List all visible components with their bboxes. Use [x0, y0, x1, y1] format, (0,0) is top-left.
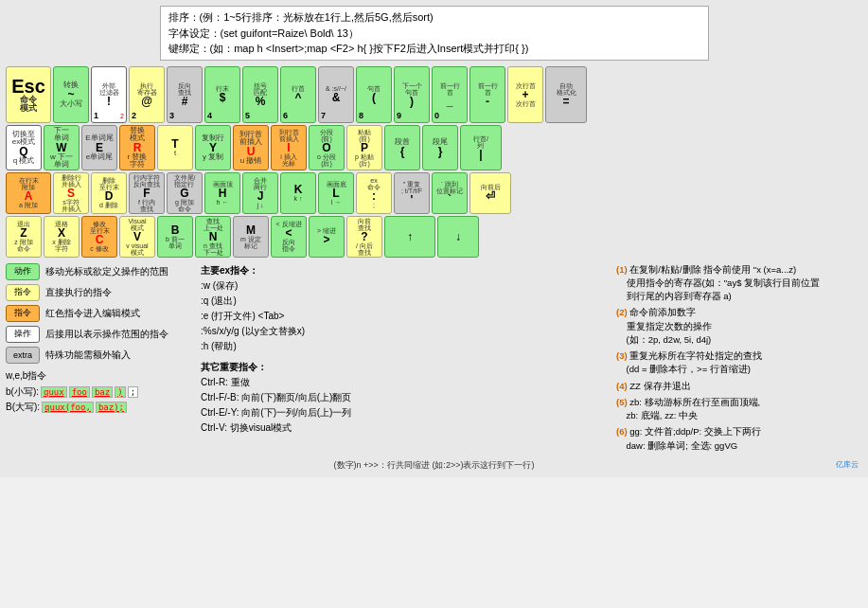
key-S[interactable]: 删除行并插入 S s字符并插入 — [53, 172, 89, 214]
key-rbrace[interactable]: 段尾 } — [422, 125, 458, 170]
key-2[interactable]: 执行寄存器 @ 2 — [129, 66, 165, 123]
other-commands: 其它重要指令： Ctrl-R: 重做 Ctrl-F/-B: 向前(下)翻页/向后… — [201, 360, 611, 436]
key-L[interactable]: 画面底 L l → — [318, 172, 354, 214]
key-0[interactable]: 前一行首 _ 0 — [432, 66, 468, 123]
key-shift-r[interactable]: ↑ — [384, 216, 435, 258]
legend-box-command: 指令 — [6, 284, 40, 301]
key-gt[interactable]: > 缩进 > — [309, 216, 345, 258]
num-2: (2) — [616, 307, 628, 317]
key-Z[interactable]: 退出 Z z 附加命令 — [6, 216, 42, 258]
wbe-label-b: b(小写): — [6, 385, 39, 399]
info-line1: 排序：(例：1~5行排序：光标放在1行上,然后5G,然后sort) — [168, 9, 700, 26]
key-esc[interactable]: Esc 命令模式 — [6, 66, 51, 123]
key-U[interactable]: 到行首前插入 U u 撤销 — [233, 125, 269, 170]
other-cmd-2: Ctrl-F/-B: 向前(下)翻页/向后(上)翻页 — [201, 392, 351, 402]
key-P[interactable]: 粘贴(前) P p 粘贴(后) — [346, 125, 382, 170]
main-container: 排序：(例：1~5行排序：光标放在1行上,然后5G,然后sort) 字体设定：(… — [0, 0, 868, 477]
key-colon[interactable]: ex命令 : ; — [356, 172, 392, 214]
legend-desc-command-edit: 红色指令进入编辑模式 — [45, 307, 140, 320]
brand: 亿库云 — [836, 459, 859, 470]
legend-desc-operation: 后接用以表示操作范围的指令 — [45, 328, 168, 341]
key-G[interactable]: 文件尾/指定行 G g 附加命令 — [167, 172, 203, 214]
wbe-code-B1: quux(foo, — [42, 402, 94, 413]
key-9[interactable]: 下一个句首 ) 9 — [394, 66, 430, 123]
key-F[interactable]: 行内字符反向查找 F f 行内查找 — [129, 172, 165, 214]
key-H[interactable]: 画面顶 H h ← — [204, 172, 240, 214]
key-5[interactable]: 括号匹配 % 5 — [242, 66, 278, 123]
key-6[interactable]: 行首 ^ 6 — [280, 66, 316, 123]
other-cmd-1: Ctrl-R: 重做 — [201, 377, 250, 387]
key-Y[interactable]: 复制行 Y y 复制 — [195, 125, 231, 170]
info-box: 排序：(例：1~5行排序：光标放在1行上,然后5G,然后sort) 字体设定：(… — [160, 6, 709, 61]
footer: (数字)n +>>：行共同缩进 (如:2>>)表示这行到下一行) 亿库云 — [6, 459, 862, 472]
key-question[interactable]: 向前查找 ? / 向后查找 — [346, 216, 382, 258]
key-3[interactable]: 反向查找 # 3 — [167, 66, 203, 123]
legend-box-command-edit: 指令 — [6, 305, 40, 322]
wbe-code-b4: ) — [115, 386, 125, 398]
key-backslash[interactable]: 行首/列 | — [460, 125, 502, 170]
key-C[interactable]: 修改至行末 C c 修改 — [81, 216, 117, 258]
key-O-upper[interactable]: 分段(前) O o 分段(后) — [309, 125, 345, 170]
num-6: (6) — [616, 426, 628, 437]
wbe-code-b3: baz — [92, 386, 113, 398]
key-end[interactable]: ↓ — [437, 216, 479, 258]
footer-text: (数字)n +>>：行共同缩进 (如:2>>)表示这行到下一行) — [334, 460, 535, 470]
ex-cmd-2: :q (退出) — [201, 295, 237, 306]
numbered-6: (6) gg: 文件首;ddp/P: 交换上下两行 daw: 删除单词; 全选:… — [616, 425, 862, 453]
key-N[interactable]: 查找上一处 N n 查找下一处 — [195, 216, 231, 258]
key-J[interactable]: 合并两行 J j ↓ — [242, 172, 278, 214]
legend-command: 指令 直接执行的指令 — [6, 284, 195, 301]
key-V[interactable]: Visual模式 V v visual模式 — [119, 216, 155, 258]
key-M[interactable]: M m 设定标记 — [233, 216, 269, 258]
key-backspace[interactable]: 自动格式化 = — [545, 66, 587, 123]
key-W[interactable]: 下一单词 W w 下一单词 — [44, 125, 80, 170]
num-3-text: 重复光标所在字符处指定的查找 (dd = 删除本行，>= 行首缩进) — [616, 350, 762, 374]
ex-title: 主要ex指令： — [201, 265, 258, 276]
other-cmd-4: Ctrl-V: 切换visual模式 — [201, 422, 292, 433]
key-7[interactable]: & :s//~/ & 7 — [318, 66, 354, 123]
key-I[interactable]: 到行首前插入 I i 插入光标 — [271, 125, 307, 170]
key-X[interactable]: 退格 X x 删除字符 — [44, 216, 80, 258]
key-D[interactable]: 删除至行末 D d 删除 — [91, 172, 127, 214]
num-5: (5) — [616, 397, 628, 407]
key-quote[interactable]: " 重复; t/T/f/F ' — [394, 172, 430, 214]
key-A[interactable]: 在行末附加 A a 附加 — [6, 172, 51, 214]
key-tick[interactable]: ` 跳到位置标记 ` — [432, 172, 468, 214]
key-Q[interactable]: 切换至ex模式 Q q 模式 — [6, 125, 42, 170]
wbe-row-B: B(大写): quux(foo, baz); — [6, 401, 195, 414]
key-tilde[interactable]: 转换 ~ 大小写 — [53, 66, 89, 123]
legend-action: 动作 移动光标或欲定义操作的范围 — [6, 263, 195, 280]
legend-operation: 操作 后接用以表示操作范围的指令 — [6, 326, 195, 343]
legend-command-edit: 指令 红色指令进入编辑模式 — [6, 305, 195, 322]
num-1: (1) — [616, 264, 628, 275]
key-E[interactable]: E单词尾 E e单词尾 — [81, 125, 117, 170]
key-K[interactable]: K k ↑ — [280, 172, 316, 214]
key-4[interactable]: 行末 $ 4 — [204, 66, 240, 123]
wbe-code-b5: ; — [128, 386, 138, 398]
key-8[interactable]: 句首 ( 8 — [356, 66, 392, 123]
key-row-q: 切换至ex模式 Q q 模式 下一单词 W w 下一单词 E单词尾 E e单词尾… — [6, 125, 862, 170]
info-line2: 字体设定：(set guifont=Raize\ Bold\ 13） — [168, 26, 700, 42]
wbe-code-b1: quux — [41, 386, 67, 398]
key-lt[interactable]: < 反缩进 < 反向指令 — [271, 216, 307, 258]
key-lbrace[interactable]: 段首 { — [384, 125, 420, 170]
right-area: (1) 在复制/粘贴/删除 指令前使用 "x (x=a...z) 使用指令的寄存… — [616, 263, 862, 456]
key-R[interactable]: 替换模式 R r 替换字符 — [119, 125, 155, 170]
key-B[interactable]: B b 前一单词 — [157, 216, 193, 258]
wbe-row-b: b(小写): quux foo baz ) ; — [6, 385, 195, 399]
ex-commands: 主要ex指令： :w (保存) :q (退出) :e (打开文件) <Tab> … — [201, 263, 611, 354]
legend-desc-command: 直接执行的指令 — [45, 286, 112, 299]
key-1[interactable]: 外部过滤器 ! 1 2 — [91, 66, 127, 123]
numbered-3: (3) 重复光标所在字符处指定的查找 (dd = 删除本行，>= 行首缩进) — [616, 349, 862, 377]
key-T[interactable]: T t — [157, 125, 193, 170]
key-equals[interactable]: 次行首 + 次行首 — [507, 66, 543, 123]
other-cmd-3: Ctrl-E/-Y: 向前(下)一列/向后(上)一列 — [201, 407, 351, 418]
legend-desc-action: 移动光标或欲定义操作的范围 — [45, 265, 168, 278]
ex-cmd-3: :e (打开文件) <Tab> — [201, 311, 284, 321]
wbe-code-B2: baz); — [96, 402, 127, 413]
key-minus[interactable]: 前一行首 - — [469, 66, 505, 123]
ex-cmd-1: :w (保存) — [201, 280, 238, 291]
numbered-4: (4) ZZ 保存并退出 — [616, 380, 862, 393]
key-enter[interactable]: 向前后 ⏎ — [469, 172, 511, 214]
wbe-code-b2: foo — [69, 386, 90, 398]
